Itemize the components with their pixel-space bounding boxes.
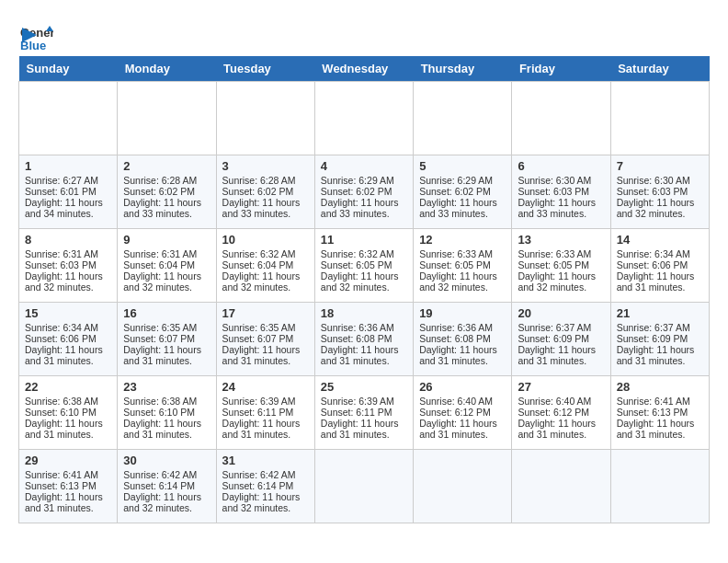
day-number: 9 [123, 233, 210, 247]
day-number: 26 [419, 380, 506, 394]
sunrise-text: Sunrise: 6:32 AM [321, 248, 394, 259]
sunset-text: Sunset: 6:07 PM [222, 333, 294, 344]
sunrise-text: Sunrise: 6:36 AM [321, 322, 394, 333]
calendar-cell [414, 82, 512, 155]
calendar-cell [118, 82, 216, 155]
sunset-text: Sunset: 6:02 PM [222, 186, 294, 197]
svg-marker-4 [22, 28, 37, 42]
calendar-week-row: 1Sunrise: 6:27 AMSunset: 6:01 PMDaylight… [19, 155, 710, 229]
sunrise-text: Sunrise: 6:30 AM [617, 175, 690, 186]
calendar-cell [512, 450, 610, 523]
daylight-label: Daylight: 11 hours and 31 minutes. [321, 344, 399, 366]
sunrise-text: Sunrise: 6:34 AM [25, 322, 98, 333]
daylight-label: Daylight: 11 hours and 32 minutes. [222, 491, 301, 513]
daylight-label: Daylight: 11 hours and 31 minutes. [518, 418, 596, 440]
sunset-text: Sunset: 6:05 PM [518, 259, 589, 270]
day-number: 16 [123, 306, 210, 320]
calendar-cell: 2Sunrise: 6:28 AMSunset: 6:02 PMDaylight… [118, 155, 216, 229]
day-number: 13 [518, 233, 604, 247]
calendar-cell: 5Sunrise: 6:29 AMSunset: 6:02 PMDaylight… [414, 155, 512, 229]
sunset-text: Sunset: 6:03 PM [518, 186, 589, 197]
sunset-text: Sunset: 6:10 PM [123, 407, 195, 418]
day-number: 4 [321, 159, 407, 173]
calendar-cell [414, 450, 512, 523]
daylight-label: Daylight: 11 hours and 31 minutes. [25, 491, 103, 513]
day-number: 23 [123, 380, 210, 394]
day-header-wednesday: Wednesday [314, 56, 413, 82]
sunset-text: Sunset: 6:08 PM [419, 333, 491, 344]
calendar-cell: 13Sunrise: 6:33 AMSunset: 6:05 PMDayligh… [512, 229, 610, 303]
daylight-label: Daylight: 11 hours and 32 minutes. [321, 270, 399, 293]
sunset-text: Sunset: 6:02 PM [321, 186, 392, 197]
sunset-text: Sunset: 6:07 PM [123, 333, 195, 344]
day-number: 10 [222, 233, 309, 247]
sunrise-text: Sunrise: 6:39 AM [222, 396, 296, 407]
sunset-text: Sunset: 6:12 PM [419, 407, 491, 418]
daylight-label: Daylight: 11 hours and 32 minutes. [419, 270, 497, 293]
calendar-cell [610, 82, 709, 155]
calendar-cell [216, 82, 314, 155]
daylight-label: Daylight: 11 hours and 33 minutes. [321, 197, 399, 219]
day-number: 20 [518, 306, 604, 320]
daylight-label: Daylight: 11 hours and 33 minutes. [419, 197, 497, 219]
sunset-text: Sunset: 6:10 PM [25, 407, 97, 418]
calendar-cell [512, 82, 610, 155]
daylight-label: Daylight: 11 hours and 31 minutes. [617, 344, 695, 366]
day-number: 2 [123, 159, 210, 173]
sunrise-text: Sunrise: 6:33 AM [419, 248, 493, 259]
calendar-cell: 17Sunrise: 6:35 AMSunset: 6:07 PMDayligh… [216, 303, 314, 376]
calendar-header-row: SundayMondayTuesdayWednesdayThursdayFrid… [19, 56, 710, 82]
sunset-text: Sunset: 6:14 PM [222, 480, 294, 491]
day-number: 7 [617, 159, 703, 173]
logo: General Blue [18, 18, 53, 47]
daylight-label: Daylight: 11 hours and 33 minutes. [222, 197, 301, 219]
calendar-week-row: 22Sunrise: 6:38 AMSunset: 6:10 PMDayligh… [19, 376, 710, 450]
sunrise-text: Sunrise: 6:28 AM [222, 175, 296, 186]
calendar-cell: 3Sunrise: 6:28 AMSunset: 6:02 PMDaylight… [216, 155, 314, 229]
sunset-text: Sunset: 6:03 PM [25, 259, 97, 270]
sunset-text: Sunset: 6:09 PM [617, 333, 688, 344]
day-number: 22 [25, 380, 111, 394]
sunset-text: Sunset: 6:06 PM [25, 333, 97, 344]
sunset-text: Sunset: 6:03 PM [617, 186, 688, 197]
sunrise-text: Sunrise: 6:28 AM [123, 175, 197, 186]
sunrise-text: Sunrise: 6:42 AM [123, 469, 197, 480]
daylight-label: Daylight: 11 hours and 31 minutes. [617, 418, 695, 440]
day-number: 18 [321, 306, 407, 320]
sunrise-text: Sunrise: 6:35 AM [123, 322, 197, 333]
sunrise-text: Sunrise: 6:27 AM [25, 175, 98, 186]
day-number: 11 [321, 233, 407, 247]
calendar-cell: 9Sunrise: 6:31 AMSunset: 6:04 PMDaylight… [118, 229, 216, 303]
daylight-label: Daylight: 11 hours and 31 minutes. [617, 270, 695, 293]
logo-arrow-icon [22, 28, 37, 42]
sunrise-text: Sunrise: 6:37 AM [518, 322, 591, 333]
day-number: 21 [617, 306, 703, 320]
calendar-cell [314, 82, 413, 155]
sunrise-text: Sunrise: 6:37 AM [617, 322, 690, 333]
sunset-text: Sunset: 6:01 PM [25, 186, 97, 197]
day-number: 30 [123, 454, 210, 467]
calendar-cell: 8Sunrise: 6:31 AMSunset: 6:03 PMDaylight… [19, 229, 118, 303]
sunset-text: Sunset: 6:02 PM [419, 186, 491, 197]
day-number: 27 [518, 380, 604, 394]
calendar-cell: 31Sunrise: 6:42 AMSunset: 6:14 PMDayligh… [216, 450, 314, 523]
day-number: 25 [321, 380, 407, 394]
calendar-table: SundayMondayTuesdayWednesdayThursdayFrid… [18, 56, 710, 523]
sunrise-text: Sunrise: 6:41 AM [25, 469, 98, 480]
daylight-label: Daylight: 11 hours and 31 minutes. [321, 418, 399, 440]
daylight-label: Daylight: 11 hours and 31 minutes. [25, 418, 103, 440]
sunrise-text: Sunrise: 6:30 AM [518, 175, 591, 186]
daylight-label: Daylight: 11 hours and 32 minutes. [617, 197, 695, 219]
sunset-text: Sunset: 6:12 PM [518, 407, 589, 418]
calendar-cell: 1Sunrise: 6:27 AMSunset: 6:01 PMDaylight… [19, 155, 118, 229]
day-header-monday: Monday [118, 56, 216, 82]
day-number: 5 [419, 159, 506, 173]
sunset-text: Sunset: 6:08 PM [321, 333, 392, 344]
calendar-cell: 26Sunrise: 6:40 AMSunset: 6:12 PMDayligh… [414, 376, 512, 450]
daylight-label: Daylight: 11 hours and 33 minutes. [518, 197, 596, 219]
daylight-label: Daylight: 11 hours and 31 minutes. [518, 344, 596, 366]
calendar-cell: 28Sunrise: 6:41 AMSunset: 6:13 PMDayligh… [610, 376, 709, 450]
day-number: 31 [222, 454, 309, 467]
calendar-cell: 16Sunrise: 6:35 AMSunset: 6:07 PMDayligh… [118, 303, 216, 376]
daylight-label: Daylight: 11 hours and 31 minutes. [419, 344, 497, 366]
